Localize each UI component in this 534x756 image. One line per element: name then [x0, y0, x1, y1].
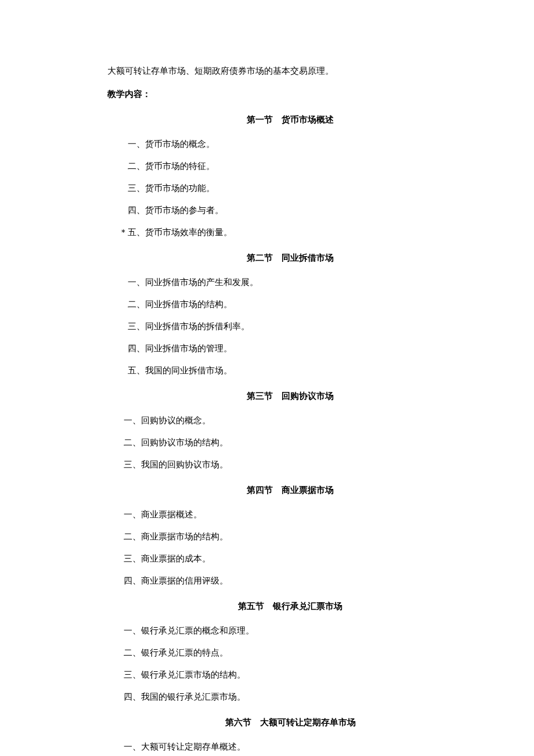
section-6-title: 第六节 大额可转让定期存单市场 — [107, 715, 447, 729]
section-1-item: 四、货币市场的参与者。 — [107, 203, 447, 217]
intro-paragraph: 大额可转让存单市场、短期政府债券市场的基本交易原理。 — [107, 64, 447, 78]
section-5-item: 二、银行承兑汇票的特点。 — [107, 646, 447, 660]
section-3-item: 三、我国的回购协议市场。 — [107, 458, 447, 471]
section-1-item: 一、货币市场的概念。 — [107, 137, 447, 151]
section-4-item: 二、商业票据市场的结构。 — [107, 530, 447, 543]
section-2-item: 一、同业拆借市场的产生和发展。 — [107, 275, 447, 289]
section-5-item: 一、银行承兑汇票的概念和原理。 — [107, 624, 447, 638]
section-2-title: 第二节 同业拆借市场 — [107, 251, 447, 265]
section-2-item: 二、同业拆借市场的结构。 — [107, 297, 447, 311]
section-2-item: 五、我国的同业拆借市场。 — [107, 363, 447, 377]
section-3-title: 第三节 回购协议市场 — [107, 389, 447, 403]
section-4-item: 一、商业票据概述。 — [107, 507, 447, 521]
section-5-item: 四、我国的银行承兑汇票市场。 — [107, 690, 447, 704]
section-5-title: 第五节 银行承兑汇票市场 — [107, 599, 447, 613]
section-1-item: 二、货币市场的特征。 — [107, 159, 447, 173]
section-1-title: 第一节 货币市场概述 — [107, 113, 447, 127]
document-page: 大额可转让存单市场、短期政府债券市场的基本交易原理。 教学内容： 第一节 货币市… — [0, 0, 534, 756]
section-1-star-item: ＊五、货币市场效率的衡量。 — [107, 225, 447, 239]
section-6-item: 一、大额可转让定期存单概述。 — [107, 740, 447, 754]
content-label: 教学内容： — [107, 87, 447, 101]
section-2-item: 三、同业拆借市场的拆借利率。 — [107, 319, 447, 333]
section-4-title: 第四节 商业票据市场 — [107, 483, 447, 497]
section-4-item: 四、商业票据的信用评级。 — [107, 574, 447, 588]
section-2-item: 四、同业拆借市场的管理。 — [107, 341, 447, 355]
section-1-item: 三、货币市场的功能。 — [107, 181, 447, 195]
section-4-item: 三、商业票据的成本。 — [107, 552, 447, 566]
section-3-item: 二、回购协议市场的结构。 — [107, 435, 447, 449]
section-5-item: 三、银行承兑汇票市场的结构。 — [107, 668, 447, 682]
section-3-item: 一、回购协议的概念。 — [107, 413, 447, 427]
